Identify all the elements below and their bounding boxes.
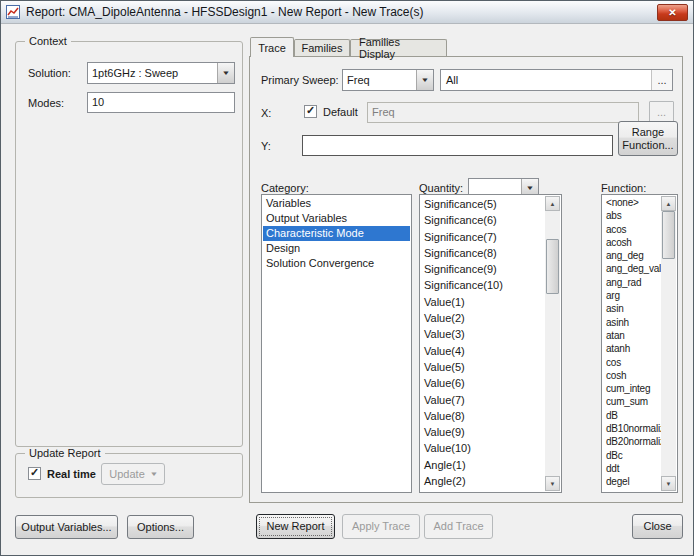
quantity-scrollbar[interactable]: ▲ ▼ — [545, 196, 560, 491]
list-item[interactable]: arg — [603, 289, 661, 302]
list-item[interactable]: Value(7) — [421, 392, 545, 408]
list-item[interactable]: Value(10) — [421, 440, 545, 456]
list-item[interactable]: dBc — [603, 449, 661, 462]
scrollbar-track[interactable] — [545, 211, 560, 476]
ellipsis-icon: ... — [657, 74, 666, 86]
list-item[interactable]: ang_deg_val — [603, 262, 661, 275]
output-variables-button[interactable]: Output Variables... — [15, 515, 118, 539]
list-item[interactable]: acosh — [603, 236, 661, 249]
scrollbar-track[interactable] — [661, 211, 676, 476]
close-button[interactable]: Close — [632, 514, 683, 539]
list-item[interactable]: dB — [603, 409, 661, 422]
list-item[interactable]: atanh — [603, 342, 661, 355]
category-list-items: VariablesOutput VariablesCharacteristic … — [263, 196, 410, 491]
x-value-field[interactable]: Freq — [367, 102, 639, 123]
list-item[interactable]: Characteristic Mode — [263, 226, 410, 241]
update-button[interactable]: Update ▼ — [101, 463, 165, 485]
list-item[interactable]: cum_integ — [603, 382, 661, 395]
list-item[interactable]: Angle(1) — [421, 457, 545, 473]
list-item[interactable]: asinh — [603, 316, 661, 329]
list-item[interactable]: Solution Convergence — [263, 256, 410, 271]
real-time-checkbox[interactable]: ✓ — [28, 467, 41, 480]
titlebar: Report: CMA_DipoleAntenna - HFSSDesign1 … — [1, 1, 693, 24]
function-list-items: <none>absacosacoshang_degang_deg_valang_… — [603, 196, 661, 491]
modes-label: Modes: — [28, 97, 64, 109]
chevron-down-icon[interactable]: ▼ — [416, 70, 433, 90]
scrollbar-thumb[interactable] — [546, 239, 559, 294]
list-item[interactable]: Value(1) — [421, 294, 545, 310]
quantity-label: Quantity: — [419, 182, 463, 194]
options-button[interactable]: Options... — [127, 515, 194, 539]
list-item[interactable]: atan — [603, 329, 661, 342]
x-default-checkbox[interactable]: ✓ — [304, 105, 317, 118]
list-item[interactable]: Significance(5) — [421, 196, 545, 212]
x-default-label: Default — [323, 106, 358, 118]
update-report-group-label: Update Report — [25, 447, 105, 459]
sweep-range-value: All — [446, 74, 458, 86]
function-list[interactable]: <none>absacosacoshang_degang_deg_valang_… — [601, 194, 678, 493]
apply-trace-button[interactable]: Apply Trace — [342, 514, 420, 539]
report-dialog: Report: CMA_DipoleAntenna - HFSSDesign1 … — [0, 0, 694, 556]
y-value-input[interactable] — [302, 135, 613, 156]
primary-sweep-dropdown[interactable]: Freq ▼ — [342, 69, 434, 91]
list-item[interactable]: ang_deg — [603, 249, 661, 262]
range-function-button[interactable]: Range Function... — [618, 121, 678, 156]
list-item[interactable]: dB10normalize — [603, 422, 661, 435]
x-browse-button[interactable]: ... — [649, 101, 674, 123]
close-icon[interactable]: ✕ — [657, 4, 688, 21]
list-item[interactable]: Output Variables — [263, 211, 410, 226]
chevron-down-icon[interactable]: ▼ — [217, 63, 234, 83]
sweep-range-field[interactable]: All ... — [440, 69, 673, 91]
list-item[interactable]: Value(6) — [421, 375, 545, 391]
list-item[interactable]: Value(8) — [421, 408, 545, 424]
list-item[interactable]: Value(4) — [421, 343, 545, 359]
list-item[interactable]: Angle(2) — [421, 473, 545, 489]
list-item[interactable]: cos — [603, 356, 661, 369]
list-item[interactable]: Significance(6) — [421, 212, 545, 228]
list-item[interactable]: Value(9) — [421, 424, 545, 440]
check-icon: ✓ — [306, 105, 315, 116]
scroll-down-icon[interactable]: ▼ — [545, 476, 560, 491]
list-item[interactable]: asin — [603, 302, 661, 315]
quantity-list[interactable]: Significance(5)Significance(6)Significan… — [419, 194, 562, 493]
list-item[interactable]: abs — [603, 209, 661, 222]
tab-trace[interactable]: Trace — [250, 37, 294, 57]
dropdown-arrow-glyph: ▼ — [421, 77, 430, 83]
function-scrollbar[interactable]: ▲ ▼ — [661, 196, 676, 491]
list-item[interactable]: <none> — [603, 196, 661, 209]
list-item[interactable]: degel — [603, 475, 661, 488]
list-item[interactable]: dB20normalize — [603, 435, 661, 448]
dropdown-arrow-glyph: ▼ — [222, 70, 231, 76]
add-trace-button[interactable]: Add Trace — [424, 514, 493, 539]
list-item[interactable]: cum_sum — [603, 395, 661, 408]
solution-value: 1pt6GHz : Sweep — [88, 67, 217, 79]
list-item[interactable]: Value(3) — [421, 326, 545, 342]
dropdown-arrow-glyph: ▼ — [526, 185, 535, 191]
list-item[interactable]: Variables — [263, 196, 410, 211]
list-item[interactable]: Value(2) — [421, 310, 545, 326]
tab-families[interactable]: Families — [294, 39, 350, 56]
list-item[interactable]: Significance(9) — [421, 261, 545, 277]
scroll-up-icon[interactable]: ▲ — [661, 196, 676, 211]
new-report-button[interactable]: New Report — [256, 514, 335, 539]
scrollbar-thumb[interactable] — [662, 211, 675, 259]
list-item[interactable]: Significance(8) — [421, 245, 545, 261]
category-list[interactable]: VariablesOutput VariablesCharacteristic … — [261, 194, 412, 493]
function-label: Function: — [601, 182, 646, 194]
primary-sweep-label: Primary Sweep: — [261, 74, 339, 86]
chevron-down-icon: ▼ — [149, 471, 158, 477]
list-item[interactable]: ddt — [603, 462, 661, 475]
list-item[interactable]: Value(5) — [421, 359, 545, 375]
solution-dropdown[interactable]: 1pt6GHz : Sweep ▼ — [87, 62, 235, 84]
list-item[interactable]: cosh — [603, 369, 661, 382]
list-item[interactable]: Significance(10) — [421, 277, 545, 293]
list-item[interactable]: Significance(7) — [421, 229, 545, 245]
list-item[interactable]: acos — [603, 223, 661, 236]
list-item[interactable]: Design — [263, 241, 410, 256]
sweep-range-browse-button[interactable]: ... — [651, 70, 672, 90]
scroll-up-icon[interactable]: ▲ — [545, 196, 560, 211]
modes-input[interactable]: 10 — [87, 92, 235, 113]
scroll-down-icon[interactable]: ▼ — [661, 476, 676, 491]
list-item[interactable]: ang_rad — [603, 276, 661, 289]
tab-families-display[interactable]: Families Display — [350, 39, 447, 56]
